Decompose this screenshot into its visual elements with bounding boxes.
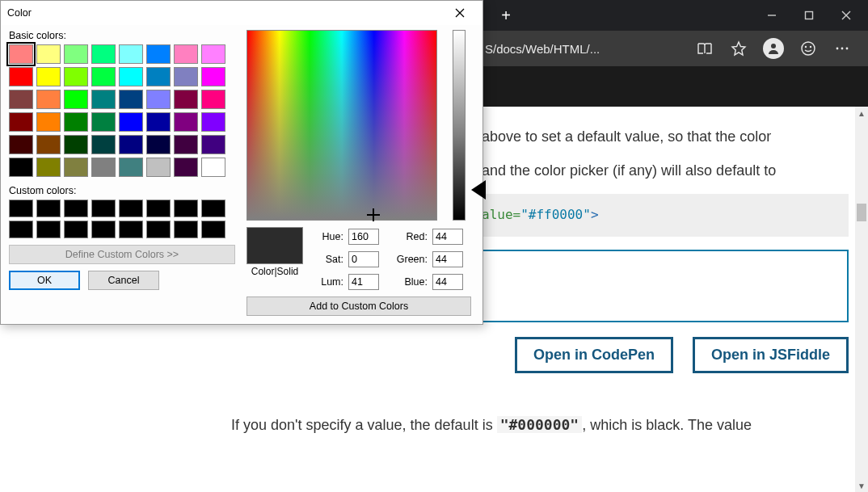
basic-color-swatch[interactable] [201,158,225,177]
basic-color-swatch[interactable] [91,158,116,177]
open-jsfiddle-button[interactable]: Open in JSFiddle [693,337,849,374]
basic-color-swatch[interactable] [36,44,61,64]
favorite-icon[interactable] [729,39,748,58]
custom-color-swatch[interactable] [91,200,116,217]
basic-color-swatch[interactable] [9,90,33,109]
custom-color-swatch[interactable] [9,221,33,238]
basic-color-swatch[interactable] [146,44,171,64]
basic-color-swatch[interactable] [174,158,198,177]
dialog-body: Basic colors: Custom colors: Define Cust… [1,25,482,324]
basic-color-swatch[interactable] [201,67,225,86]
maximize-icon [804,11,814,20]
scroll-down-arrow[interactable]: ▼ [855,479,868,492]
basic-color-swatch[interactable] [9,67,33,86]
basic-color-swatch[interactable] [119,90,143,109]
window-close-button[interactable] [828,0,865,31]
basic-color-swatch[interactable] [9,158,33,177]
scroll-thumb[interactable] [857,204,866,221]
basic-color-swatch[interactable] [91,135,116,154]
basic-color-swatch[interactable] [36,112,61,132]
basic-color-swatch[interactable] [64,158,88,177]
green-input[interactable] [432,251,463,267]
basic-color-swatch[interactable] [91,90,116,109]
gradient-crosshair [369,210,378,220]
cancel-button[interactable]: Cancel [88,271,159,290]
basic-color-swatch[interactable] [146,67,171,86]
basic-color-swatch[interactable] [91,67,116,86]
custom-color-swatch[interactable] [91,221,116,238]
basic-color-swatch[interactable] [174,67,198,86]
basic-color-swatch[interactable] [9,112,33,132]
custom-color-swatch[interactable] [119,221,143,238]
basic-color-swatch[interactable] [201,90,225,109]
custom-color-swatch[interactable] [146,200,171,217]
lum-input[interactable] [348,274,379,290]
basic-color-swatch[interactable] [174,112,198,132]
red-input[interactable] [432,229,463,245]
custom-color-swatch[interactable] [119,200,143,217]
dialog-titlebar[interactable]: Color [1,1,482,25]
scroll-up-arrow[interactable]: ▲ [855,107,868,120]
basic-color-swatch[interactable] [174,44,198,64]
window-minimize-button[interactable] [753,0,790,31]
ok-button[interactable]: OK [9,271,80,290]
blue-label: Blue: [389,276,428,288]
basic-color-swatch[interactable] [174,90,198,109]
basic-color-swatch[interactable] [119,44,143,64]
custom-color-swatch[interactable] [64,200,88,217]
basic-color-swatch[interactable] [36,158,61,177]
basic-color-swatch[interactable] [146,90,171,109]
basic-color-swatch[interactable] [146,158,171,177]
vertical-scrollbar[interactable]: ▲ ▼ [855,107,868,492]
open-codepen-button[interactable]: Open in CodePen [515,337,673,374]
custom-color-swatch[interactable] [36,221,61,238]
basic-color-swatch[interactable] [201,112,225,132]
basic-color-swatch[interactable] [119,158,143,177]
basic-color-swatch[interactable] [119,112,143,132]
window-maximize-button[interactable] [790,0,828,31]
luminance-slider[interactable] [453,30,466,221]
basic-color-swatch[interactable] [64,67,88,86]
color-gradient-picker[interactable] [246,30,437,221]
basic-color-swatch[interactable] [174,135,198,154]
blue-input[interactable] [432,274,463,290]
new-tab-button[interactable]: + [488,0,524,31]
custom-color-swatch[interactable] [174,200,198,217]
basic-color-swatch[interactable] [91,112,116,132]
dialog-close-button[interactable] [444,2,476,24]
basic-color-swatch[interactable] [119,135,143,154]
more-icon[interactable] [832,39,852,58]
hue-input[interactable] [348,229,379,245]
basic-color-swatch[interactable] [201,135,225,154]
reading-list-icon[interactable] [695,39,714,58]
basic-color-swatch[interactable] [36,67,61,86]
basic-color-swatch[interactable] [9,135,33,154]
basic-color-swatch[interactable] [91,44,116,64]
sat-input[interactable] [348,251,379,267]
basic-color-swatch[interactable] [119,67,143,86]
basic-color-swatch[interactable] [146,112,171,132]
custom-color-swatch[interactable] [201,200,225,217]
feedback-icon[interactable] [798,39,818,58]
dialog-buttons: OK Cancel [9,271,235,290]
after-code: "#000000" [497,416,583,433]
custom-color-swatch[interactable] [36,200,61,217]
svg-rect-1 [806,12,813,19]
basic-color-swatch[interactable] [9,44,33,64]
basic-color-swatch[interactable] [64,90,88,109]
basic-color-swatch[interactable] [64,112,88,132]
custom-color-swatch[interactable] [64,221,88,238]
add-to-custom-colors-button[interactable]: Add to Custom Colors [246,296,471,316]
custom-color-swatch[interactable] [9,200,33,217]
custom-color-swatch[interactable] [174,221,198,238]
basic-color-swatch[interactable] [36,90,61,109]
custom-color-swatch[interactable] [201,221,225,238]
basic-color-swatch[interactable] [36,135,61,154]
basic-color-swatch[interactable] [201,44,225,64]
basic-color-swatch[interactable] [146,135,171,154]
basic-color-swatch[interactable] [64,44,88,64]
basic-color-swatch[interactable] [64,135,88,154]
profile-avatar[interactable] [763,38,784,59]
define-custom-colors-button[interactable]: Define Custom Colors >> [9,245,235,264]
custom-color-swatch[interactable] [146,221,171,238]
